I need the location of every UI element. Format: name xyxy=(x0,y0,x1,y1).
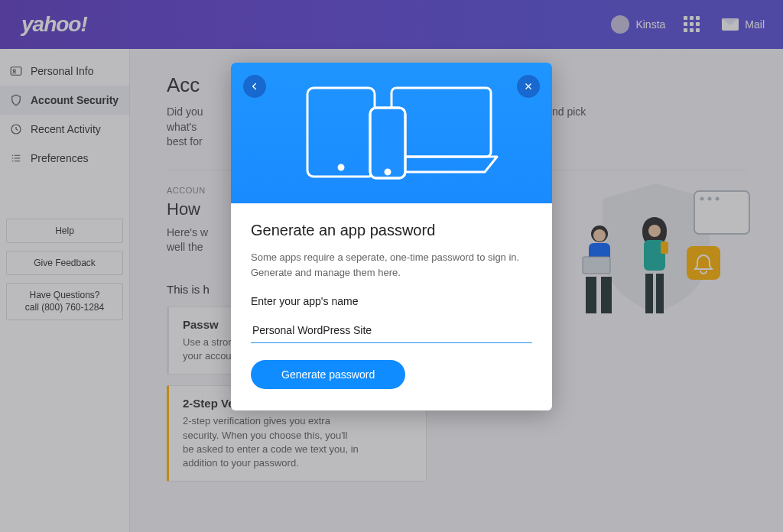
modal-header xyxy=(231,63,552,203)
generate-password-button[interactable]: Generate password xyxy=(251,360,405,389)
svg-rect-19 xyxy=(307,88,375,177)
app-name-input[interactable] xyxy=(251,320,532,343)
generate-app-password-modal: Generate an app password Some apps requi… xyxy=(231,63,552,410)
back-button[interactable] xyxy=(243,75,266,98)
svg-point-24 xyxy=(385,170,390,174)
app-name-label: Enter your app's name xyxy=(251,295,532,307)
modal-title: Generate an app password xyxy=(251,222,532,239)
svg-point-20 xyxy=(339,165,343,170)
close-icon xyxy=(523,81,534,92)
svg-rect-22 xyxy=(370,108,405,178)
close-button[interactable] xyxy=(517,75,540,98)
chevron-left-icon xyxy=(249,81,260,92)
devices-icon xyxy=(284,74,499,192)
modal-overlay[interactable]: Generate an app password Some apps requi… xyxy=(0,0,783,532)
modal-description: Some apps require a seperate, one-time p… xyxy=(251,250,532,280)
